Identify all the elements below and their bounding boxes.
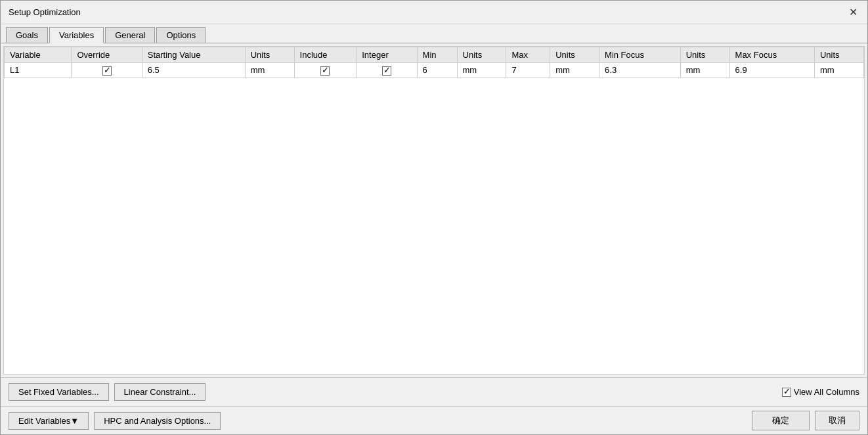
table-cell[interactable]: L1	[5, 63, 72, 78]
table-header-row: Variable Override Starting Value Units I…	[5, 47, 864, 63]
col-header-units1: Units	[245, 47, 294, 63]
variables-table-container: Variable Override Starting Value Units I…	[3, 46, 865, 375]
variables-table: Variable Override Starting Value Units I…	[4, 47, 864, 78]
view-all-columns-container: ✓ View All Columns	[782, 387, 859, 397]
table-cell[interactable]: 6	[417, 63, 457, 78]
tab-goals[interactable]: Goals	[6, 27, 48, 43]
view-all-checkbox[interactable]: ✓	[782, 388, 791, 397]
tab-options[interactable]: Options	[156, 27, 206, 43]
close-button[interactable]: ✕	[846, 6, 859, 19]
table-cell[interactable]: 6.5	[142, 63, 245, 78]
table-cell[interactable]: mm	[814, 63, 863, 78]
col-header-min: Min	[417, 47, 457, 63]
linear-constraint-button[interactable]: Linear Constraint...	[114, 383, 206, 401]
footer-right: 确定 取消	[752, 411, 859, 430]
title-bar: Setup Optimization ✕	[1, 1, 867, 24]
footer-bar: Edit Variables▼ HPC and Analysis Options…	[1, 406, 867, 434]
checkbox-cell[interactable]	[102, 66, 112, 76]
col-header-units2: Units	[457, 47, 506, 63]
col-header-integer: Integer	[357, 47, 417, 63]
checkbox-cell[interactable]	[320, 66, 330, 76]
table-cell[interactable]: 6.3	[599, 63, 681, 78]
table-cell[interactable]: mm	[550, 63, 599, 78]
col-header-max-focus: Max Focus	[729, 47, 814, 63]
table-cell[interactable]: 7	[506, 63, 550, 78]
tab-general[interactable]: General	[105, 27, 155, 43]
setup-optimization-dialog: Setup Optimization ✕ Goals Variables Gen…	[0, 0, 868, 435]
col-header-starting-value: Starting Value	[142, 47, 245, 63]
col-header-override: Override	[72, 47, 142, 63]
table-cell[interactable]: mm	[457, 63, 506, 78]
col-header-variable: Variable	[5, 47, 72, 63]
col-header-include: Include	[294, 47, 357, 63]
set-fixed-variables-button[interactable]: Set Fixed Variables...	[9, 383, 109, 401]
hpc-options-button[interactable]: HPC and Analysis Options...	[94, 412, 221, 430]
table-row[interactable]: L16.5mm6mm7mm6.3mm6.9mm	[5, 63, 864, 78]
cancel-button[interactable]: 取消	[815, 411, 859, 430]
col-header-units3: Units	[550, 47, 599, 63]
tab-bar: Goals Variables General Options	[1, 24, 867, 43]
table-cell[interactable]: mm	[680, 63, 729, 78]
edit-variables-button[interactable]: Edit Variables▼	[9, 412, 89, 430]
col-header-max: Max	[506, 47, 550, 63]
tab-variables[interactable]: Variables	[49, 27, 104, 43]
col-header-units4: Units	[680, 47, 729, 63]
checkbox-cell[interactable]	[382, 66, 391, 76]
content-area: Variable Override Starting Value Units I…	[1, 43, 867, 377]
bottom-bar: Set Fixed Variables... Linear Constraint…	[1, 377, 867, 406]
ok-button[interactable]: 确定	[752, 411, 810, 430]
col-header-units5: Units	[814, 47, 863, 63]
table-cell[interactable]: 6.9	[729, 63, 814, 78]
dialog-title: Setup Optimization	[9, 7, 81, 17]
table-body: L16.5mm6mm7mm6.3mm6.9mm	[5, 63, 864, 78]
col-header-min-focus: Min Focus	[599, 47, 681, 63]
view-all-columns-label: View All Columns	[794, 387, 859, 397]
table-cell[interactable]: mm	[245, 63, 294, 78]
